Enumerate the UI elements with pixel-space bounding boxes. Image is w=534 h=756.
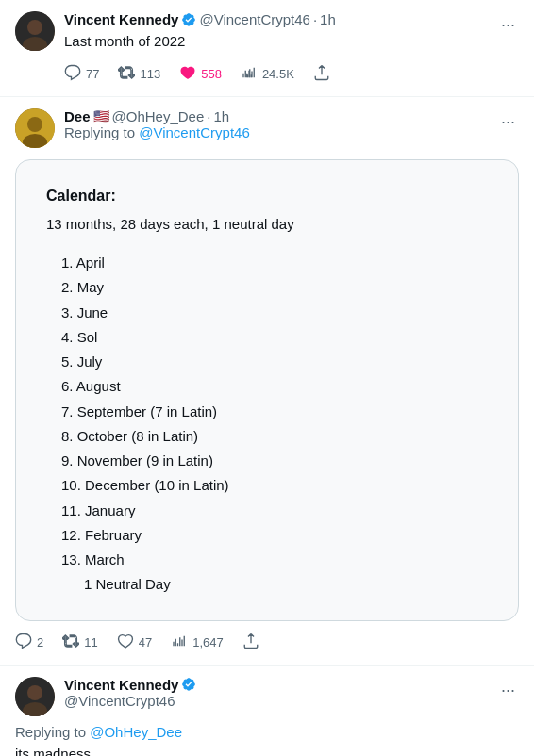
reply-to-3: Replying to @OhHey_Dee [15,724,519,740]
list-item: 2. May [61,275,488,300]
share-icon [313,64,330,85]
share-action-2[interactable] [242,633,259,653]
retweet-icon [118,64,135,85]
like-action-2[interactable]: 47 [117,633,152,653]
retweet-count: 113 [140,67,160,81]
retweet-action[interactable]: 113 [118,64,160,85]
reply-action[interactable]: 77 [64,64,99,85]
retweet-action-2[interactable]: 11 [62,633,97,653]
list-item: 9. November (9 in Latin) [61,449,488,473]
list-item: 3. June [61,301,488,325]
display-name-3: Vincent Kennedy [64,677,178,693]
tweet-header: Vincent Kennedy @VincentCrypt46 · 1h Las… [15,11,519,53]
reply-count-2: 2 [37,635,43,649]
list-item-neutral: 1 Neutral Day [61,572,488,597]
reply-action-2[interactable]: 2 [15,633,43,653]
verified-icon-3 [181,677,196,692]
calendar-list: 1. April 2. May 3. June 4. Sol 5. July 6… [46,251,488,598]
reply-to-link[interactable]: @VincentCrypt46 [139,124,250,140]
list-item: 11. January [61,499,488,523]
reply-icon [64,64,81,85]
calendar-title: Calendar: [46,183,488,208]
more-options-button[interactable]: ··· [497,11,519,39]
like-count-2: 47 [139,635,152,649]
list-item: 5. July [61,350,488,374]
username-dee: @OhHey_Dee [112,108,205,124]
display-name-dee: Dee [64,108,91,124]
like-action[interactable]: 558 [179,64,222,85]
tweet-header-left: Vincent Kennedy @VincentCrypt46 · 1h Las… [15,11,336,53]
list-item: 10. December (10 in Latin) [61,473,488,498]
reply-to: Replying to @VincentCrypt46 [64,124,250,140]
calendar-subtitle: 13 months, 28 days each, 1 neutral day [46,212,488,237]
list-item: 7. September (7 in Latin) [61,400,488,424]
tweet-2: Dee 🇺🇸 @OhHey_Dee · 1h Replying to @Vinc… [0,97,534,666]
tweet-content-3: its madness. [15,744,519,756]
views-count-2: 1,647 [192,635,224,649]
views-count: 24.5K [262,67,294,81]
like-icon-2 [117,633,134,653]
user-info-dee: Dee 🇺🇸 @OhHey_Dee · 1h [64,108,250,124]
svg-point-1 [27,20,42,35]
dot: · [313,11,317,27]
share-icon-2 [242,633,259,653]
display-name: Vincent Kennedy [64,11,178,27]
views-action[interactable]: 24.5K [241,64,294,85]
svg-point-8 [27,685,42,700]
list-item: 8. October (8 in Latin) [61,424,488,449]
tweet-header-left-2: Dee 🇺🇸 @OhHey_Dee · 1h Replying to @Vinc… [15,108,250,148]
username: @VincentCrypt46 [199,11,310,27]
flag-icon: 🇺🇸 [93,108,109,123]
more-options-button-3[interactable]: ··· [497,677,519,704]
list-item: 4. Sol [61,325,488,350]
like-count: 558 [201,67,222,81]
tweet-content: Last month of 2022 [64,31,336,53]
tweet-header-3: Vincent Kennedy @VincentCrypt46 ··· [15,677,519,716]
list-item: 1. April [61,251,488,275]
time-dee: 1h [213,108,229,124]
reply-to-link-3[interactable]: @OhHey_Dee [90,724,182,740]
share-action[interactable] [313,64,330,85]
time: 1h [320,11,336,27]
retweet-icon-2 [62,633,79,653]
user-info: Vincent Kennedy @VincentCrypt46 · 1h [64,11,336,27]
reply-count: 77 [86,67,99,81]
tweet-header-2: Dee 🇺🇸 @OhHey_Dee · 1h Replying to @Vinc… [15,108,519,148]
svg-point-5 [27,117,42,132]
verified-icon [181,12,196,27]
views-action-2[interactable]: 1,647 [171,633,224,653]
tweet-3: Vincent Kennedy @VincentCrypt46 ··· Repl… [0,666,534,756]
avatar[interactable] [15,11,55,51]
more-options-button-2[interactable]: ··· [497,108,519,136]
avatar-vk-3[interactable] [15,677,55,716]
tweet-2-actions: 2 11 47 1,647 [15,633,519,653]
views-icon [241,64,258,85]
tweet-actions: 77 113 558 24.5K [64,64,519,85]
list-item: 12. February [61,523,488,548]
calendar-card: Calendar: 13 months, 28 days each, 1 neu… [15,159,519,621]
user-info-3: Vincent Kennedy [64,677,196,693]
tweet-header-left-3: Vincent Kennedy @VincentCrypt46 [15,677,196,716]
dot-2: · [207,108,210,124]
reply-icon-2 [15,633,32,653]
retweet-count-2: 11 [84,635,97,649]
avatar-dee[interactable] [15,108,55,148]
list-item: 6. August [61,374,488,399]
views-icon-2 [171,633,188,653]
like-icon [179,64,196,85]
username-3: @VincentCrypt46 [64,693,196,709]
tweet-1: Vincent Kennedy @VincentCrypt46 · 1h Las… [0,0,534,97]
list-item: 13. March [61,548,488,572]
